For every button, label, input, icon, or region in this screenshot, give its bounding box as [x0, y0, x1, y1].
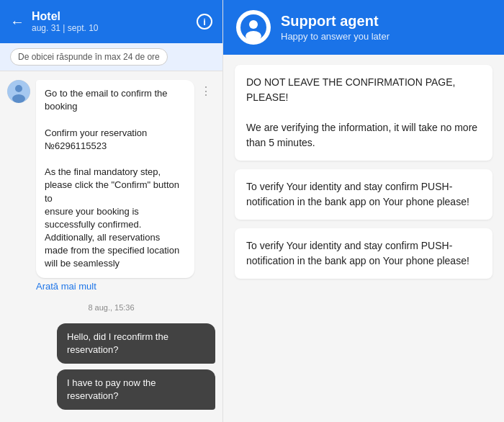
agent-message-text: Go to the email to confirm the bookingCo… [45, 88, 179, 269]
left-panel: ← Hotel aug. 31 | sept. 10 i De obicei r… [0, 0, 223, 422]
right-messages-area: DO NOT LEAVE THE CONFIRMATION PAGE, PLEA… [223, 55, 504, 422]
back-button[interactable]: ← [10, 14, 24, 30]
hotel-info: Hotel aug. 31 | sept. 10 [32, 10, 189, 33]
response-time-label: De obicei răspunde în max 24 de ore [10, 48, 168, 66]
agent-message-row: Go to the email to confirm the bookingCo… [7, 80, 215, 292]
messages-area: Go to the email to confirm the bookingCo… [0, 71, 222, 422]
right-header: Support agent Happy to answer you later [223, 0, 504, 55]
right-message-1: DO NOT LEAVE THE CONFIRMATION PAGE, PLEA… [235, 65, 492, 161]
right-message-3: To verify Your identity and stay confirm… [235, 228, 492, 279]
info-icon[interactable]: i [197, 14, 212, 30]
user-message-2: I have to pay now the reservation? [57, 369, 215, 410]
message-options-icon[interactable]: ⋮ [200, 84, 212, 98]
svg-point-4 [249, 20, 258, 29]
agent-avatar [7, 80, 30, 103]
left-header: ← Hotel aug. 31 | sept. 10 i [0, 0, 222, 43]
support-agent-status: Happy to answer you later [281, 31, 491, 42]
support-avatar [236, 10, 271, 45]
right-panel: Support agent Happy to answer you later … [223, 0, 504, 422]
support-info: Support agent Happy to answer you later [281, 13, 491, 42]
user-message-1: Hello, did I reconfirm the reservation? [57, 323, 215, 364]
hotel-name: Hotel [32, 10, 189, 23]
right-message-2: To verify Your identity and stay confirm… [235, 169, 492, 220]
svg-point-1 [15, 85, 22, 92]
support-agent-name: Support agent [281, 13, 491, 30]
hotel-dates: aug. 31 | sept. 10 [32, 23, 189, 33]
agent-bubble-wrapper: Go to the email to confirm the bookingCo… [36, 80, 215, 292]
svg-point-2 [12, 94, 25, 103]
show-more-link[interactable]: Arată mai mult [36, 281, 215, 292]
timestamp: 8 aug., 15:36 [7, 303, 215, 312]
agent-bubble: Go to the email to confirm the bookingCo… [36, 80, 194, 278]
